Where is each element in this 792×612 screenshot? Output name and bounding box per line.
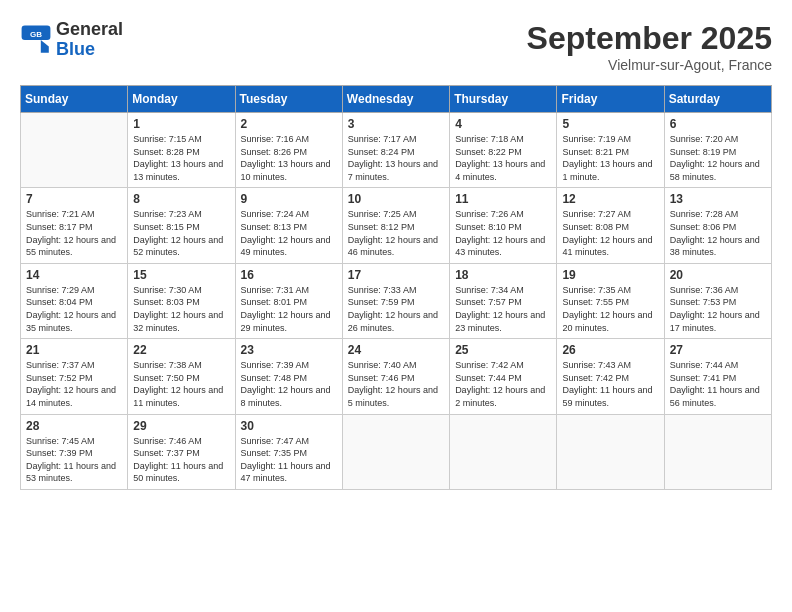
sunset-text: Sunset: 8:22 PM [455, 146, 551, 159]
day-number: 30 [241, 419, 337, 433]
daylight-text: Daylight: 12 hours and 52 minutes. [133, 234, 229, 259]
sunset-text: Sunset: 8:21 PM [562, 146, 658, 159]
day-info: Sunrise: 7:17 AMSunset: 8:24 PMDaylight:… [348, 133, 444, 183]
calendar-week-row: 7Sunrise: 7:21 AMSunset: 8:17 PMDaylight… [21, 188, 772, 263]
day-number: 16 [241, 268, 337, 282]
daylight-text: Daylight: 12 hours and 11 minutes. [133, 384, 229, 409]
day-number: 21 [26, 343, 122, 357]
sunset-text: Sunset: 7:55 PM [562, 296, 658, 309]
calendar-cell: 15Sunrise: 7:30 AMSunset: 8:03 PMDayligh… [128, 263, 235, 338]
calendar-cell: 14Sunrise: 7:29 AMSunset: 8:04 PMDayligh… [21, 263, 128, 338]
daylight-text: Daylight: 11 hours and 47 minutes. [241, 460, 337, 485]
daylight-text: Daylight: 12 hours and 49 minutes. [241, 234, 337, 259]
sunset-text: Sunset: 7:50 PM [133, 372, 229, 385]
day-info: Sunrise: 7:28 AMSunset: 8:06 PMDaylight:… [670, 208, 766, 258]
day-number: 23 [241, 343, 337, 357]
day-info: Sunrise: 7:35 AMSunset: 7:55 PMDaylight:… [562, 284, 658, 334]
daylight-text: Daylight: 12 hours and 17 minutes. [670, 309, 766, 334]
sunrise-text: Sunrise: 7:37 AM [26, 359, 122, 372]
day-number: 1 [133, 117, 229, 131]
day-number: 27 [670, 343, 766, 357]
sunset-text: Sunset: 8:01 PM [241, 296, 337, 309]
logo-text: General Blue [56, 20, 123, 60]
calendar-cell: 8Sunrise: 7:23 AMSunset: 8:15 PMDaylight… [128, 188, 235, 263]
day-info: Sunrise: 7:40 AMSunset: 7:46 PMDaylight:… [348, 359, 444, 409]
daylight-text: Daylight: 12 hours and 29 minutes. [241, 309, 337, 334]
day-number: 29 [133, 419, 229, 433]
calendar-table: Sunday Monday Tuesday Wednesday Thursday… [20, 85, 772, 490]
sunrise-text: Sunrise: 7:23 AM [133, 208, 229, 221]
sunrise-text: Sunrise: 7:44 AM [670, 359, 766, 372]
location-subtitle: Vielmur-sur-Agout, France [527, 57, 772, 73]
calendar-cell: 9Sunrise: 7:24 AMSunset: 8:13 PMDaylight… [235, 188, 342, 263]
daylight-text: Daylight: 11 hours and 53 minutes. [26, 460, 122, 485]
sunset-text: Sunset: 8:26 PM [241, 146, 337, 159]
sunrise-text: Sunrise: 7:30 AM [133, 284, 229, 297]
sunset-text: Sunset: 8:12 PM [348, 221, 444, 234]
header-tuesday: Tuesday [235, 86, 342, 113]
header-sunday: Sunday [21, 86, 128, 113]
day-info: Sunrise: 7:27 AMSunset: 8:08 PMDaylight:… [562, 208, 658, 258]
title-block: September 2025 Vielmur-sur-Agout, France [527, 20, 772, 73]
day-info: Sunrise: 7:19 AMSunset: 8:21 PMDaylight:… [562, 133, 658, 183]
day-number: 2 [241, 117, 337, 131]
logo: GB General Blue [20, 20, 123, 60]
daylight-text: Daylight: 11 hours and 56 minutes. [670, 384, 766, 409]
day-info: Sunrise: 7:18 AMSunset: 8:22 PMDaylight:… [455, 133, 551, 183]
day-info: Sunrise: 7:37 AMSunset: 7:52 PMDaylight:… [26, 359, 122, 409]
sunset-text: Sunset: 7:46 PM [348, 372, 444, 385]
header-saturday: Saturday [664, 86, 771, 113]
day-info: Sunrise: 7:25 AMSunset: 8:12 PMDaylight:… [348, 208, 444, 258]
sunset-text: Sunset: 8:15 PM [133, 221, 229, 234]
day-info: Sunrise: 7:31 AMSunset: 8:01 PMDaylight:… [241, 284, 337, 334]
day-number: 9 [241, 192, 337, 206]
sunrise-text: Sunrise: 7:45 AM [26, 435, 122, 448]
calendar-cell: 3Sunrise: 7:17 AMSunset: 8:24 PMDaylight… [342, 113, 449, 188]
daylight-text: Daylight: 12 hours and 58 minutes. [670, 158, 766, 183]
sunset-text: Sunset: 7:41 PM [670, 372, 766, 385]
day-number: 12 [562, 192, 658, 206]
sunset-text: Sunset: 8:24 PM [348, 146, 444, 159]
calendar-cell: 16Sunrise: 7:31 AMSunset: 8:01 PMDayligh… [235, 263, 342, 338]
calendar-week-row: 14Sunrise: 7:29 AMSunset: 8:04 PMDayligh… [21, 263, 772, 338]
month-title: September 2025 [527, 20, 772, 57]
day-info: Sunrise: 7:24 AMSunset: 8:13 PMDaylight:… [241, 208, 337, 258]
page: GB General Blue September 2025 Vielmur-s… [0, 0, 792, 612]
logo-general-text: General [56, 20, 123, 40]
day-number: 4 [455, 117, 551, 131]
day-info: Sunrise: 7:26 AMSunset: 8:10 PMDaylight:… [455, 208, 551, 258]
daylight-text: Daylight: 13 hours and 13 minutes. [133, 158, 229, 183]
sunset-text: Sunset: 7:59 PM [348, 296, 444, 309]
sunset-text: Sunset: 7:48 PM [241, 372, 337, 385]
sunset-text: Sunset: 8:04 PM [26, 296, 122, 309]
sunrise-text: Sunrise: 7:26 AM [455, 208, 551, 221]
logo-icon: GB [20, 24, 52, 56]
calendar-cell: 30Sunrise: 7:47 AMSunset: 7:35 PMDayligh… [235, 414, 342, 489]
daylight-text: Daylight: 12 hours and 5 minutes. [348, 384, 444, 409]
sunrise-text: Sunrise: 7:29 AM [26, 284, 122, 297]
header-monday: Monday [128, 86, 235, 113]
daylight-text: Daylight: 13 hours and 7 minutes. [348, 158, 444, 183]
calendar-cell: 22Sunrise: 7:38 AMSunset: 7:50 PMDayligh… [128, 339, 235, 414]
daylight-text: Daylight: 12 hours and 26 minutes. [348, 309, 444, 334]
calendar-cell: 13Sunrise: 7:28 AMSunset: 8:06 PMDayligh… [664, 188, 771, 263]
day-number: 18 [455, 268, 551, 282]
day-number: 3 [348, 117, 444, 131]
daylight-text: Daylight: 12 hours and 8 minutes. [241, 384, 337, 409]
calendar-cell [557, 414, 664, 489]
day-number: 25 [455, 343, 551, 357]
daylight-text: Daylight: 13 hours and 4 minutes. [455, 158, 551, 183]
calendar-cell: 29Sunrise: 7:46 AMSunset: 7:37 PMDayligh… [128, 414, 235, 489]
sunset-text: Sunset: 7:53 PM [670, 296, 766, 309]
calendar-cell: 11Sunrise: 7:26 AMSunset: 8:10 PMDayligh… [450, 188, 557, 263]
daylight-text: Daylight: 12 hours and 2 minutes. [455, 384, 551, 409]
weekday-header-row: Sunday Monday Tuesday Wednesday Thursday… [21, 86, 772, 113]
day-info: Sunrise: 7:46 AMSunset: 7:37 PMDaylight:… [133, 435, 229, 485]
sunset-text: Sunset: 7:42 PM [562, 372, 658, 385]
calendar-cell: 4Sunrise: 7:18 AMSunset: 8:22 PMDaylight… [450, 113, 557, 188]
day-info: Sunrise: 7:15 AMSunset: 8:28 PMDaylight:… [133, 133, 229, 183]
sunrise-text: Sunrise: 7:36 AM [670, 284, 766, 297]
daylight-text: Daylight: 12 hours and 55 minutes. [26, 234, 122, 259]
sunrise-text: Sunrise: 7:25 AM [348, 208, 444, 221]
sunrise-text: Sunrise: 7:20 AM [670, 133, 766, 146]
